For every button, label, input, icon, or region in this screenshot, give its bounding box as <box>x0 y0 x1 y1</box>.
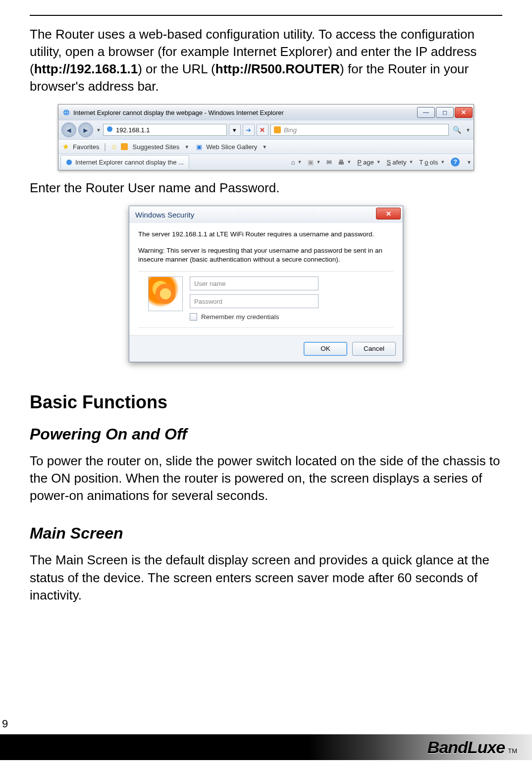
security-footer: OK Cancel <box>129 335 403 362</box>
main-screen-body: The Main Screen is the default display s… <box>30 551 502 604</box>
help-dropdown-icon[interactable]: ▼ <box>467 160 472 165</box>
forward-button[interactable]: ► <box>78 122 93 137</box>
security-message-1: The server 192.168.1.1 at LTE WiFi Route… <box>138 230 394 239</box>
svg-point-1 <box>107 126 112 132</box>
ie-title: Internet Explorer cannot display the web… <box>73 109 417 116</box>
cancel-label: Cancel <box>364 345 384 352</box>
svg-point-2 <box>66 160 72 165</box>
remember-credentials-checkbox[interactable]: Remember my credentials <box>190 313 391 321</box>
back-button[interactable]: ◄ <box>61 122 76 137</box>
username-input[interactable]: User name <box>190 276 319 290</box>
brand-logo: BandLuxeTM <box>427 738 517 757</box>
ie-favorites-bar: ★ Favorites │ ✩ Suggested Sites▼ ▣ Web S… <box>58 139 474 154</box>
address-input[interactable]: 192.168.1.1 <box>103 124 227 136</box>
ok-label: OK <box>320 345 330 352</box>
security-titlebar: Windows Security ✕ <box>129 206 403 223</box>
heading-basic-functions: Basic Functions <box>30 392 502 413</box>
print-button[interactable]: 🖶▼ <box>338 159 351 166</box>
ie-titlebar: Internet Explorer cannot display the web… <box>58 105 474 120</box>
page-menu[interactable]: PPageage▼ <box>357 159 380 166</box>
home-button[interactable]: ⌂▼ <box>291 159 302 166</box>
page-number: 9 <box>2 717 8 730</box>
heading-powering: Powering On and Off <box>30 425 502 443</box>
ie-tab-bar: Internet Explorer cannot display the ...… <box>58 154 474 170</box>
password-placeholder: Password <box>194 298 222 305</box>
password-input[interactable]: Password <box>190 294 319 308</box>
top-rule <box>30 15 502 16</box>
intro-text-b: ) or the URL ( <box>138 61 215 76</box>
window-buttons: ― ◻ ✕ <box>417 107 473 118</box>
powering-body: To power the router on, slide the power … <box>30 452 502 504</box>
trademark-symbol: TM <box>508 747 517 755</box>
windows-security-dialog: Windows Security ✕ The server 192.168.1.… <box>129 206 403 362</box>
webslice-icon: ▣ <box>196 143 202 151</box>
command-bar: ⌂▼ ▣▼ ✉ 🖶▼ PPageage▼ Safety▼ Tools▼ ?▼ <box>291 158 472 166</box>
suggested-sites-icon <box>121 143 128 150</box>
security-title: Windows Security <box>135 211 194 219</box>
intro-paragraph: The Router uses a web-based configuratio… <box>30 26 502 95</box>
tools-menu[interactable]: Tools▼ <box>419 159 445 166</box>
search-provider-label: Bing <box>284 126 297 134</box>
search-box[interactable]: Bing <box>270 124 449 136</box>
address-text: 192.168.1.1 <box>116 126 150 134</box>
address-dropdown-button[interactable]: ▾ <box>229 124 241 136</box>
username-placeholder: User name <box>194 280 226 287</box>
feeds-button[interactable]: ▣▼ <box>308 159 320 166</box>
stop-button[interactable]: ✕ <box>257 124 268 136</box>
ie-window: Internet Explorer cannot display the web… <box>58 104 474 170</box>
search-dropdown-icon[interactable]: ▼ <box>466 127 471 133</box>
brand-text: BandLuxe <box>427 738 505 757</box>
suggested-sites-link[interactable]: Suggested Sites <box>133 143 180 151</box>
tab-favicon-icon <box>66 159 72 165</box>
ok-button[interactable]: OK <box>304 342 347 356</box>
credentials-fields: User name Password Remember my credentia… <box>190 276 391 321</box>
go-button[interactable]: ➔ <box>243 124 255 136</box>
favbar-separator: │ <box>103 143 107 151</box>
close-button[interactable]: ✕ <box>455 107 473 118</box>
intro-url: http://R500.ROUTER <box>215 61 340 76</box>
tab-label: Internet Explorer cannot display the ... <box>75 159 184 166</box>
nav-dropdown-icon[interactable]: ▼ <box>96 127 101 133</box>
favorites-star-icon[interactable]: ★ <box>62 142 69 151</box>
intro-ip: http://192.168.1.1 <box>34 61 138 76</box>
read-mail-button[interactable]: ✉ <box>326 159 332 166</box>
remember-label: Remember my credentials <box>201 313 279 321</box>
checkbox-icon <box>190 313 197 321</box>
ie-address-bar: ◄ ► ▼ 192.168.1.1 ▾ ➔ ✕ Bing 🔍 ▼ <box>58 120 474 139</box>
favorites-label[interactable]: Favorites <box>73 143 99 151</box>
credentials-row: User name Password Remember my credentia… <box>138 271 394 328</box>
minimize-button[interactable]: ― <box>417 107 435 118</box>
maximize-button[interactable]: ◻ <box>436 107 454 118</box>
cancel-button[interactable]: Cancel <box>352 342 396 356</box>
webslice-link[interactable]: Web Slice Gallery <box>206 143 257 151</box>
bing-icon <box>274 126 281 133</box>
help-button[interactable]: ? <box>451 158 460 166</box>
security-message-2: Warning: This server is requesting that … <box>138 246 394 264</box>
search-button[interactable]: 🔍 <box>451 126 463 134</box>
safety-menu[interactable]: Safety▼ <box>387 159 414 166</box>
security-close-button[interactable]: ✕ <box>376 208 401 220</box>
footer-bar: BandLuxeTM <box>0 734 532 760</box>
user-avatar-icon <box>148 276 183 311</box>
ie-page-icon <box>62 109 70 116</box>
heading-main-screen: Main Screen <box>30 524 502 543</box>
page-favicon-icon <box>106 126 113 134</box>
webslice-dropdown-icon[interactable]: ▼ <box>262 144 267 150</box>
suggested-dropdown-icon[interactable]: ▼ <box>184 144 189 150</box>
security-body: The server 192.168.1.1 at LTE WiFi Route… <box>129 223 403 335</box>
credentials-instruction: Enter the Router User name and Password. <box>30 179 502 197</box>
browser-tab[interactable]: Internet Explorer cannot display the ... <box>60 155 189 169</box>
add-favorite-icon[interactable]: ✩ <box>111 143 117 151</box>
